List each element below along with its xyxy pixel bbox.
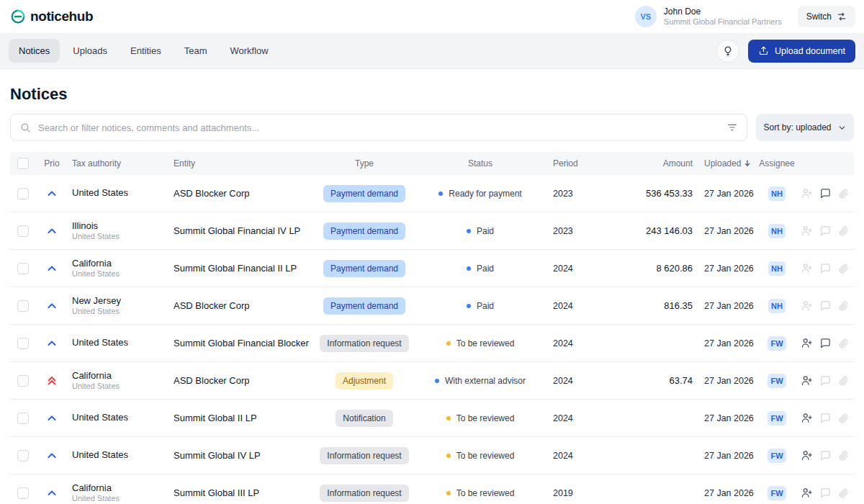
- table-row[interactable]: New Jersey United States ASD Blocker Cor…: [10, 287, 854, 325]
- comments-icon[interactable]: [819, 412, 832, 424]
- header-uploaded[interactable]: Uploaded: [697, 158, 757, 168]
- assign-user-icon[interactable]: [801, 487, 813, 499]
- entity-name: Summit Global II LP: [169, 413, 317, 423]
- table-row[interactable]: United States Summit Global Financial Bl…: [10, 325, 854, 362]
- table-row[interactable]: California United States Summit Global F…: [10, 250, 854, 287]
- attachment-icon[interactable]: [838, 300, 850, 312]
- table-row[interactable]: California United States ASD Blocker Cor…: [10, 362, 854, 400]
- row-checkbox[interactable]: [17, 300, 29, 312]
- priority-normal-icon: [46, 188, 58, 199]
- table-row[interactable]: United States Summit Global IV LP Inform…: [10, 437, 854, 474]
- header-entity[interactable]: Entity: [169, 158, 317, 168]
- assignee-badge[interactable]: FW: [768, 336, 786, 351]
- attachment-icon[interactable]: [838, 450, 850, 462]
- assignee-badge[interactable]: NH: [768, 261, 786, 276]
- assignee-badge[interactable]: NH: [768, 186, 786, 201]
- filter-icon[interactable]: [726, 122, 738, 133]
- row-checkbox[interactable]: [17, 225, 29, 237]
- status-label: Paid: [477, 301, 494, 311]
- period: 2024: [549, 413, 595, 423]
- header-assignee[interactable]: Assignee: [757, 158, 796, 168]
- comments-icon[interactable]: [819, 187, 832, 199]
- amount: 243 146.03: [595, 225, 697, 236]
- header-type[interactable]: Type: [317, 158, 412, 168]
- sort-button[interactable]: Sort by: uploaded: [756, 114, 854, 141]
- assignee-badge[interactable]: FW: [768, 411, 786, 426]
- search-input[interactable]: [38, 122, 720, 133]
- row-checkbox[interactable]: [17, 375, 29, 387]
- attachment-icon[interactable]: [838, 413, 850, 424]
- priority-cell: [37, 450, 66, 462]
- sort-label: Sort by: uploaded: [763, 122, 831, 132]
- header-period[interactable]: Period: [549, 158, 595, 168]
- upload-document-button[interactable]: Upload document: [748, 40, 855, 63]
- comments-icon[interactable]: [819, 374, 832, 387]
- upload-icon: [758, 45, 769, 56]
- assign-user-icon[interactable]: [801, 449, 813, 462]
- tab-uploads[interactable]: Uploads: [63, 39, 117, 63]
- comments-icon[interactable]: [819, 262, 832, 274]
- brand-logo[interactable]: noticehub: [10, 9, 93, 24]
- row-checkbox[interactable]: [17, 338, 29, 349]
- tax-authority: Illinois: [72, 220, 98, 232]
- assignee-badge[interactable]: NH: [768, 224, 786, 238]
- comments-icon[interactable]: [819, 300, 832, 312]
- status-dot: [446, 491, 451, 495]
- row-checkbox[interactable]: [17, 263, 29, 274]
- comments-icon[interactable]: [819, 487, 832, 499]
- tab-workflow[interactable]: Workflow: [220, 39, 279, 63]
- comments-icon[interactable]: [819, 225, 832, 237]
- switch-org-button[interactable]: Switch: [798, 6, 855, 27]
- table-row[interactable]: United States Summit Global II LP Notifi…: [10, 400, 854, 437]
- header-tax-authority[interactable]: Tax authority: [66, 158, 169, 168]
- row-checkbox[interactable]: [17, 413, 29, 424]
- user-area: VS John Doe Summit Global Financial Part…: [635, 6, 855, 27]
- priority-cell: [37, 300, 66, 312]
- tax-authority: California: [72, 482, 112, 494]
- assign-user-icon[interactable]: [801, 262, 813, 274]
- attachment-icon[interactable]: [838, 487, 850, 499]
- priority-cell: [37, 413, 66, 424]
- attachment-icon[interactable]: [838, 338, 850, 349]
- header-status[interactable]: Status: [412, 158, 549, 168]
- assign-user-icon[interactable]: [801, 412, 813, 424]
- row-checkbox[interactable]: [17, 188, 29, 199]
- assign-user-icon[interactable]: [801, 187, 813, 199]
- table-row[interactable]: California United States Summit Global I…: [10, 474, 854, 504]
- assignee-badge[interactable]: NH: [768, 299, 786, 313]
- table-row[interactable]: Illinois United States Summit Global Fin…: [10, 212, 854, 250]
- table-row[interactable]: United States ASD Blocker Corp Payment d…: [10, 175, 854, 212]
- main-content: Notices Sort by: uploaded Prio Tax autho…: [0, 85, 864, 504]
- tab-notices[interactable]: Notices: [9, 39, 60, 63]
- comments-icon[interactable]: [819, 337, 832, 349]
- uploaded-date: 27 Jan 2026: [697, 226, 757, 236]
- type-badge: Information request: [320, 485, 408, 502]
- type-badge: Payment demand: [323, 222, 405, 240]
- header-prio[interactable]: Prio: [37, 158, 66, 168]
- attachment-icon[interactable]: [838, 263, 850, 274]
- assign-user-icon[interactable]: [801, 374, 813, 387]
- comments-icon[interactable]: [819, 449, 832, 462]
- assignee-badge[interactable]: FW: [768, 374, 786, 388]
- priority-normal-icon: [46, 338, 58, 349]
- avatar[interactable]: VS: [635, 6, 657, 27]
- tips-button[interactable]: [716, 40, 739, 63]
- priority-cell: [37, 375, 66, 387]
- amount: 816.35: [595, 300, 697, 311]
- tab-team[interactable]: Team: [174, 39, 217, 63]
- assign-user-icon[interactable]: [801, 337, 813, 349]
- header-amount[interactable]: Amount: [595, 158, 697, 168]
- attachment-icon[interactable]: [838, 375, 850, 387]
- assignee-badge[interactable]: FW: [768, 486, 786, 500]
- assign-user-icon[interactable]: [801, 300, 813, 312]
- row-checkbox[interactable]: [17, 450, 29, 462]
- tax-authority-country: United States: [72, 382, 120, 392]
- row-checkbox[interactable]: [17, 487, 29, 499]
- status-label: To be reviewed: [456, 338, 515, 348]
- attachment-icon[interactable]: [838, 225, 850, 237]
- attachment-icon[interactable]: [838, 188, 850, 199]
- select-all-checkbox[interactable]: [17, 158, 29, 169]
- assignee-badge[interactable]: FW: [768, 449, 786, 463]
- tab-entities[interactable]: Entities: [120, 39, 171, 63]
- assign-user-icon[interactable]: [801, 225, 813, 237]
